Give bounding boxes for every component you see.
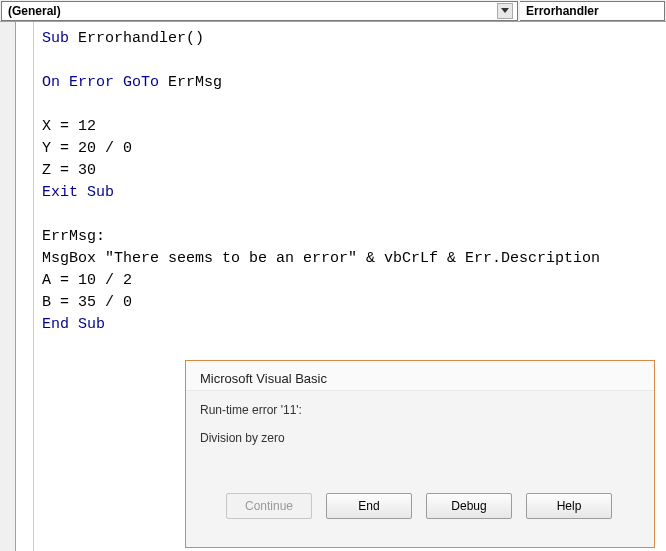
margin-indicator	[16, 22, 34, 551]
code-token: Errorhandler()	[78, 30, 204, 47]
code-token: On Error GoTo	[42, 74, 168, 91]
object-dropdown-text: (General)	[8, 4, 493, 18]
code-token: Sub	[42, 30, 78, 47]
gutter	[0, 22, 16, 551]
error-message-text: Division by zero	[200, 431, 640, 445]
code-token: ErrMsg:	[42, 228, 105, 245]
end-button[interactable]: End	[326, 493, 412, 519]
code-token: B = 35 / 0	[42, 294, 132, 311]
dialog-body: Run-time error '11': Division by zero	[186, 391, 654, 487]
code-token: X = 12	[42, 118, 96, 135]
toolbar: (General) Errorhandler	[0, 0, 666, 22]
error-code-text: Run-time error '11':	[200, 403, 640, 417]
chevron-down-icon[interactable]	[497, 3, 513, 19]
help-button[interactable]: Help	[526, 493, 612, 519]
procedure-dropdown[interactable]: Errorhandler	[520, 1, 665, 21]
continue-button: Continue	[226, 493, 312, 519]
code-token: A = 10 / 2	[42, 272, 132, 289]
code-token: MsgBox	[42, 250, 105, 267]
object-dropdown[interactable]: (General)	[1, 1, 518, 21]
code-token: ErrMsg	[168, 74, 222, 91]
debug-button[interactable]: Debug	[426, 493, 512, 519]
code-token: End Sub	[42, 316, 105, 333]
code-token: Y = 20 / 0	[42, 140, 132, 157]
code-token: "There seems to be an error"	[105, 250, 357, 267]
error-dialog: Microsoft Visual Basic Run-time error '1…	[185, 360, 655, 548]
procedure-dropdown-text: Errorhandler	[526, 4, 660, 18]
code-token: Exit Sub	[42, 184, 114, 201]
code-token: Z = 30	[42, 162, 96, 179]
dialog-buttons: Continue End Debug Help	[186, 487, 654, 531]
code-token: & vbCrLf & Err.Description	[357, 250, 609, 267]
dialog-title: Microsoft Visual Basic	[186, 361, 654, 391]
